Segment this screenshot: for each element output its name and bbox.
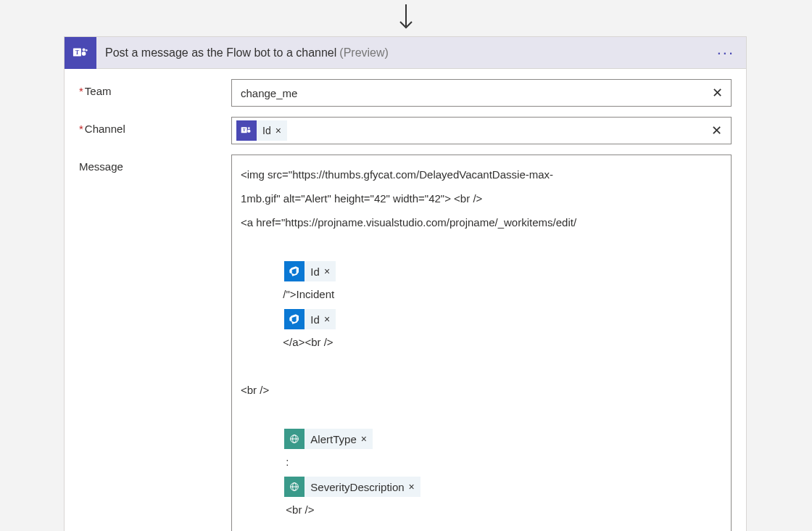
teams-connector-icon: T xyxy=(65,37,96,69)
channel-token-label: Id xyxy=(262,125,271,136)
flow-action-card: T Post a message as the Flow bot to a ch… xyxy=(64,36,747,531)
message-text-line: AlertType × : SeverityDescription xyxy=(241,402,702,531)
svg-text:T: T xyxy=(243,128,246,132)
message-text-line: Id × /">Incident Id xyxy=(241,234,702,378)
team-clear-button[interactable]: ✕ xyxy=(709,82,726,104)
alerttype-token[interactable]: AlertType × xyxy=(284,429,373,449)
svg-point-8 xyxy=(248,127,250,129)
message-text-line: <br /> xyxy=(241,378,702,402)
token-remove[interactable]: × xyxy=(324,260,330,283)
message-text-line: <img src="https://thumbs.gfycat.com/Dela… xyxy=(241,162,702,186)
channel-token-id[interactable]: T Id × xyxy=(236,120,287,141)
channel-clear-button[interactable]: ✕ xyxy=(708,120,725,141)
flow-arrow-down xyxy=(393,3,419,32)
card-title-text: Post a message as the Flow bot to a chan… xyxy=(105,46,336,59)
svg-point-5 xyxy=(86,49,88,51)
globe-icon xyxy=(284,477,304,497)
devops-id-token[interactable]: Id × xyxy=(284,261,336,281)
channel-row: *Channel T xyxy=(79,117,732,144)
devops-icon xyxy=(284,261,304,281)
devops-icon xyxy=(284,309,304,329)
message-input[interactable]: <img src="https://thumbs.gfycat.com/Dela… xyxy=(231,155,732,531)
card-menu-button[interactable]: ··· xyxy=(717,44,737,62)
globe-icon xyxy=(284,429,304,449)
channel-input[interactable]: T Id × ✕ xyxy=(231,117,732,144)
channel-label: *Channel xyxy=(79,117,231,135)
card-header[interactable]: T Post a message as the Flow bot to a ch… xyxy=(65,37,746,69)
svg-rect-4 xyxy=(82,52,86,56)
message-row: Message <img src="https://thumbs.gfycat.… xyxy=(79,155,732,531)
devops-id-token[interactable]: Id × xyxy=(284,309,336,329)
svg-text:T: T xyxy=(75,49,80,55)
message-text-line: <a href="https://projname.visualstudio.c… xyxy=(241,210,702,234)
svg-rect-9 xyxy=(247,130,250,133)
message-label: Message xyxy=(79,155,231,173)
channel-token-remove[interactable]: × xyxy=(276,125,281,136)
team-label: *Team xyxy=(79,79,231,97)
svg-point-3 xyxy=(83,48,86,51)
team-row: *Team ✕ xyxy=(79,79,732,107)
required-asterisk: * xyxy=(79,85,83,97)
message-text-line: 1mb.gif" alt="Alert" height="42" width="… xyxy=(241,186,702,210)
card-title-suffix: (Preview) xyxy=(339,46,389,59)
severitydescription-token[interactable]: SeverityDescription × xyxy=(284,477,420,497)
token-remove[interactable]: × xyxy=(361,428,367,450)
team-input[interactable] xyxy=(231,79,732,107)
token-remove[interactable]: × xyxy=(409,476,415,498)
token-remove[interactable]: × xyxy=(324,308,330,331)
required-asterisk: * xyxy=(79,123,83,135)
teams-icon: T xyxy=(236,120,257,141)
card-title: Post a message as the Flow bot to a chan… xyxy=(96,46,717,59)
